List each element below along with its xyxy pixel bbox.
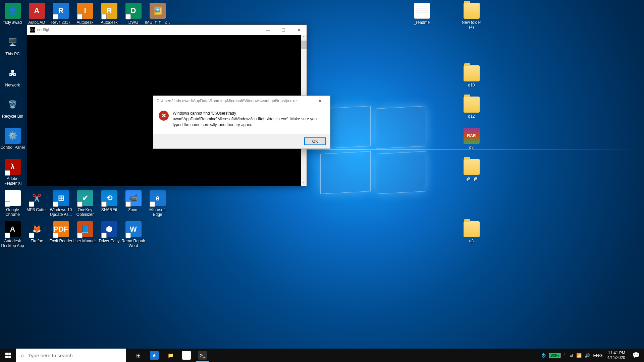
icon-label: q8 [459, 145, 484, 150]
app-glyph-icon: 🗑️ [5, 97, 21, 113]
taskbar-app-icon: ◉ [182, 351, 191, 360]
app-glyph-icon: 🦊 [29, 221, 45, 237]
q12-folder-icon[interactable]: q12 [459, 97, 484, 119]
folder-icon [464, 221, 480, 237]
tray-up-icon[interactable]: ˄ [564, 353, 566, 358]
icon-label: New folder (4) [459, 20, 484, 29]
wifi-icon[interactable]: 📶 [576, 353, 582, 358]
search-icon: ⌕ [21, 352, 24, 358]
icon-label: This PC [0, 52, 25, 56]
task-view-button[interactable]: ⊞ [130, 349, 146, 362]
icon-label: MP3 Cutter [24, 207, 49, 212]
icon-label: SHAREit [97, 207, 122, 212]
autodesk-desktop-app-icon[interactable]: AAutodesk Desktop App [0, 221, 25, 248]
start-button[interactable] [0, 349, 16, 362]
firefox-icon[interactable]: 🦊Firefox [24, 221, 49, 243]
explorer-taskbar-icon[interactable]: 📁 [162, 349, 178, 362]
error-message: Windows cannot find 'C:\Users\fady awad\… [173, 111, 325, 128]
rar-icon: RAR [464, 128, 480, 144]
action-center-button[interactable]: 💬 [628, 349, 644, 362]
clock-date: 4/11/2020 [607, 355, 625, 360]
icon-label: Google Chrome [0, 207, 25, 217]
icon-label: Firefox [24, 239, 49, 243]
revit-2017-icon[interactable]: RRevit 2017 [48, 3, 73, 25]
edge-taskbar-icon[interactable]: e [146, 349, 162, 362]
app-glyph-icon: 📹 [125, 190, 142, 206]
ok-button[interactable]: OK [304, 137, 326, 145]
microsoft-edge-icon[interactable]: eMicrosoft Edge [145, 190, 170, 217]
app-glyph-icon: 🖼️ [150, 3, 166, 19]
shareit-icon[interactable]: ⟲SHAREit [97, 190, 122, 212]
clock[interactable]: 11:41 PM 4/11/2020 [605, 349, 628, 362]
battery-indicator[interactable]: 100% [549, 353, 561, 358]
icon-label: Network [0, 83, 25, 87]
clock-time: 11:41 PM [607, 351, 625, 355]
error-dialog[interactable]: C:\Users\fady awad\AppData\Roaming\Micro… [153, 96, 330, 149]
adobe-reader-icon[interactable]: λAdobe Reader XI [0, 159, 25, 186]
app-glyph-icon: ✂️ [29, 190, 45, 206]
taskbar-app-icon: >_ [198, 351, 207, 360]
error-title-text: C:\Users\fady awad\AppData\Roaming\Micro… [157, 99, 297, 103]
recycle-bin-icon[interactable]: 🗑️Recycle Bin [0, 97, 25, 119]
foxit-reader-icon[interactable]: PDFFoxit Reader [48, 221, 73, 243]
minimize-button[interactable]: — [260, 25, 276, 35]
icon-label: User Manuals [72, 239, 98, 243]
app-glyph-icon: A [5, 221, 21, 237]
app-glyph-icon: R [53, 3, 69, 19]
mp3-cutter-icon[interactable]: ✂️MP3 Cutter [24, 190, 49, 212]
driver-easy-icon[interactable]: ⬢Driver Easy [97, 221, 122, 243]
user-account-icon[interactable]: 👤fady awad [0, 3, 25, 25]
windows-10-update-icon[interactable]: ⊞Windows 10 Update As... [48, 190, 73, 217]
taskbar-app-icon: e [150, 351, 159, 360]
folder-icon [464, 159, 480, 175]
icon-label: Remo Repair Word [121, 239, 146, 248]
google-chrome-icon[interactable]: ◉Google Chrome [0, 190, 25, 217]
search-box[interactable]: ⌕ Type here to search [16, 349, 126, 362]
app-glyph-icon: 📘 [77, 221, 93, 237]
error-close-button[interactable]: ✕ [313, 96, 327, 106]
chrome-taskbar-icon[interactable]: ◉ [178, 349, 195, 362]
q8-q8-folder-icon[interactable]: q8 -q8 [459, 159, 484, 181]
this-pc-icon[interactable]: 🖥️This PC [0, 34, 25, 56]
scroll-thumb[interactable] [301, 41, 307, 49]
taskbar[interactable]: ⌕ Type here to search ⊞ e📁◉>_ ⏻ 100% ˄ 🖥… [0, 349, 644, 362]
q10-folder-icon[interactable]: q10 [459, 65, 484, 87]
system-tray[interactable]: ⏻ 100% ˄ 🖥 📶 🔊 ENG [539, 349, 605, 362]
zoom-icon[interactable]: 📹Zoom [121, 190, 146, 212]
control-panel-icon[interactable]: ⚙️Control Panel [0, 128, 25, 150]
app-glyph-icon: 🖥️ [5, 34, 21, 50]
user-manuals-icon[interactable]: 📘User Manuals [72, 221, 98, 243]
notification-icon: 💬 [632, 352, 640, 359]
scroll-down-icon[interactable]: ˅ [301, 180, 307, 186]
icon-label: Recycle Bin [0, 114, 25, 119]
q8-rar-icon[interactable]: RARq8 [459, 128, 484, 150]
cmd-titlebar[interactable]: C:\ cudftgbt — ☐ ✕ [27, 25, 307, 35]
onekey-optimizer-icon[interactable]: ✔OneKey Optimizer [72, 190, 98, 217]
scroll-up-icon[interactable]: ˄ [301, 35, 307, 41]
icon-label: OneKey Optimizer [72, 207, 98, 217]
icon-label: _readme [409, 20, 434, 25]
cmd-taskbar-icon[interactable]: >_ [195, 349, 211, 362]
remo-repair-word-icon[interactable]: WRemo Repair Word [121, 221, 146, 248]
dwg-icon[interactable]: DDWG [121, 3, 146, 25]
tray-power-icon[interactable]: ⏻ [541, 353, 546, 358]
readme-file-icon[interactable]: _readme [409, 3, 434, 25]
icon-label: Autodesk [72, 20, 98, 25]
app-glyph-icon: ◉ [5, 190, 21, 206]
autodesk-icon-2[interactable]: RAutodesk [97, 3, 122, 25]
network-icon[interactable]: 🖧Network [0, 65, 25, 87]
close-button[interactable]: ✕ [291, 25, 307, 35]
icon-label: Autodesk Desktop App [0, 239, 25, 248]
tray-extra-icon[interactable]: 🖥 [569, 353, 573, 358]
autodesk-icon-1[interactable]: IAutodesk [72, 3, 98, 25]
language-indicator[interactable]: ENG [593, 353, 602, 358]
app-glyph-icon: W [125, 221, 142, 237]
new-folder-4-icon[interactable]: New folder (4) [459, 3, 484, 29]
q8-folder-icon[interactable]: q8 [459, 221, 484, 243]
error-titlebar[interactable]: C:\Users\fady awad\AppData\Roaming\Micro… [153, 96, 330, 106]
sound-icon[interactable]: 🔊 [585, 353, 590, 358]
icon-label: Foxit Reader [48, 239, 73, 243]
app-glyph-icon: I [77, 3, 93, 19]
maximize-button[interactable]: ☐ [276, 25, 291, 35]
app-glyph-icon: R [101, 3, 117, 19]
